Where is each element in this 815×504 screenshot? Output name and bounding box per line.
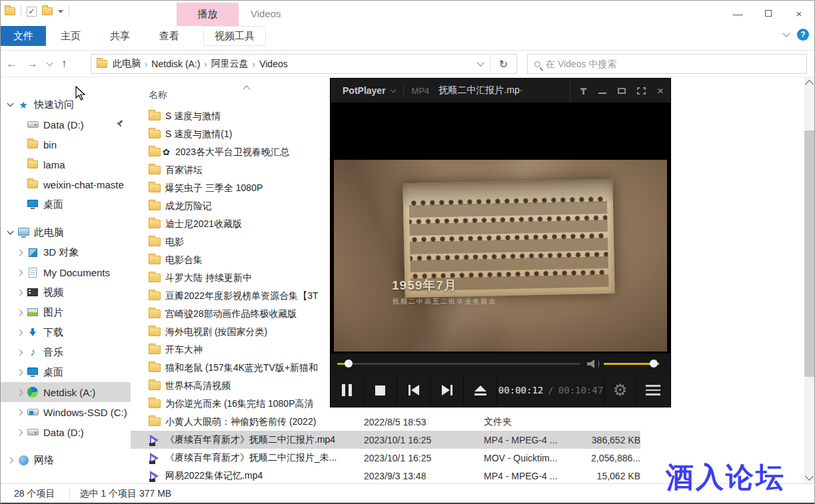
ribbon-tab[interactable]: 共享: [95, 26, 145, 46]
folder-row[interactable]: 小黄人大眼萌：神偷奶爸前传 (2022)2022/8/5 18:53文件夹: [131, 413, 806, 431]
sidebar-item-桌面[interactable]: 桌面: [1, 194, 131, 214]
potplayer-fullscreen-icon[interactable]: [637, 87, 646, 95]
sidebar-item-桌面[interactable]: 桌面: [1, 362, 131, 382]
help-icon[interactable]: ?: [797, 29, 809, 41]
properties-check-icon[interactable]: ✓: [27, 7, 37, 17]
chevron-right-icon[interactable]: [16, 329, 23, 336]
breadcrumb-item[interactable]: 阿里云盘: [211, 58, 249, 70]
recent-locations-chevron-icon[interactable]: [47, 60, 53, 67]
chevron-right-icon[interactable]: [16, 269, 23, 276]
sidebar-item-lama[interactable]: lama: [1, 154, 131, 174]
eject-button[interactable]: [464, 374, 497, 407]
address-dropdown-chevron-icon[interactable]: [476, 59, 484, 66]
potplayer-logo[interactable]: PotPlayer: [331, 85, 386, 96]
up-button[interactable]: ↑: [61, 57, 67, 71]
chevron-right-icon[interactable]: [16, 429, 23, 435]
previous-button[interactable]: [397, 374, 430, 407]
potplayer-titlebar[interactable]: PotPlayer MP4 抚顺二中汇报片.mp· ×: [331, 79, 670, 103]
potplayer-restore-icon[interactable]: [618, 88, 626, 94]
new-folder-icon[interactable]: [42, 7, 53, 15]
chevron-right-icon[interactable]: [16, 349, 23, 356]
chevron-right-icon[interactable]: [16, 389, 23, 395]
close-button[interactable]: ×: [784, 1, 814, 26]
sidebar-section-网络[interactable]: 网络: [1, 450, 131, 470]
chevron-right-icon[interactable]: [16, 249, 23, 256]
potplayer-menu-chevron-icon[interactable]: [390, 87, 395, 93]
chevron-right-icon[interactable]: [16, 289, 23, 296]
address-bar[interactable]: 此电脑›Netdisk (A:)›阿里云盘›Videos ↻: [91, 54, 517, 74]
sidebar-section-此电脑[interactable]: 此电脑: [1, 222, 131, 242]
folder-icon: [149, 148, 161, 156]
search-input[interactable]: [546, 59, 766, 69]
sidebar-item-3D 对象[interactable]: 3D 对象: [1, 242, 131, 262]
chevron-right-icon[interactable]: [7, 457, 13, 463]
chevron-down-icon[interactable]: [7, 228, 13, 234]
breadcrumb-item[interactable]: Videos: [259, 59, 288, 69]
video-display[interactable]: 1959年7月 抚顺二中高五二班毕业生留念: [331, 103, 670, 354]
search-box[interactable]: [527, 54, 807, 74]
file-name: 爆笑虫子 三季全 1080P: [165, 182, 263, 194]
settings-button[interactable]: ⚙: [605, 374, 636, 407]
sidebar-item-bin[interactable]: bin: [1, 134, 131, 154]
chevron-right-icon[interactable]: [16, 409, 23, 415]
sidebar-item-Data (D:)[interactable]: Data (D:): [1, 422, 131, 442]
contextual-tab-play[interactable]: 播放: [177, 3, 239, 26]
netdisk-icon: [27, 387, 38, 397]
sidebar-item-My Documents[interactable]: My Documents: [1, 262, 131, 282]
scroll-up-icon[interactable]: [805, 80, 814, 89]
folder-icon: [27, 180, 38, 188]
back-button[interactable]: ←: [6, 57, 17, 71]
ribbon-tab[interactable]: 主页: [46, 26, 95, 46]
folder-icon: [149, 328, 161, 336]
scroll-down-icon[interactable]: [805, 472, 814, 481]
file-name: 为你逆光而来 (16集完结 1080P高清: [165, 398, 314, 410]
expand-ribbon-chevron-icon[interactable]: [782, 29, 790, 37]
sidebar-item-视频[interactable]: 视频: [1, 282, 131, 302]
potplayer-close-icon[interactable]: ×: [657, 85, 664, 97]
refresh-button[interactable]: ↻: [490, 54, 516, 74]
file-row[interactable]: 《赓续百年育新才》抚顺二中汇报片.mp42023/10/1 16:25MP4 -…: [131, 431, 806, 449]
sidebar-item-图片[interactable]: 图片: [1, 302, 131, 322]
qat-customize-chevron-icon[interactable]: [58, 10, 63, 13]
folder-icon: [149, 202, 161, 210]
sidebar-item-Data (D:)[interactable]: Data (D:): [1, 115, 131, 134]
seek-bar[interactable]: [337, 363, 580, 365]
stop-button[interactable]: [364, 374, 397, 407]
volume-icon[interactable]: [587, 360, 596, 368]
folder-icon[interactable]: [5, 7, 15, 15]
sidebar-item-Windows-SSD (C:)[interactable]: Windows-SSD (C:): [1, 402, 131, 422]
sidebar-section-快速访问[interactable]: ★快速访问: [1, 95, 131, 115]
ribbon-tab[interactable]: 视频工具: [203, 26, 266, 46]
sort-ascending-icon[interactable]: [243, 85, 250, 93]
chevron-down-icon[interactable]: [7, 100, 13, 107]
seek-thumb[interactable]: [345, 360, 353, 368]
sidebar-item-Netdisk (A:)[interactable]: Netdisk (A:): [1, 382, 131, 402]
ribbon-tab[interactable]: 查看: [145, 26, 194, 46]
sidebar-item-下载[interactable]: 下载: [1, 322, 131, 342]
ribbon-right-controls: ?: [784, 29, 809, 41]
column-header-name[interactable]: 名称: [149, 89, 167, 101]
breadcrumb-item[interactable]: Netdisk (A:): [151, 59, 200, 69]
chevron-right-icon[interactable]: [16, 369, 23, 376]
pin-on-top-icon[interactable]: [580, 87, 587, 95]
file-name: 豆瓣2022年度影视榜单资源合集【3T: [165, 290, 318, 302]
pause-button[interactable]: [331, 374, 364, 407]
breadcrumb-item[interactable]: 此电脑: [113, 58, 141, 70]
tab-file[interactable]: 文件: [1, 26, 46, 46]
maximize-button[interactable]: [753, 1, 784, 26]
vertical-scrollbar[interactable]: [804, 77, 814, 483]
sidebar-item-weixin-chat-maste[interactable]: weixin-chat-maste: [1, 174, 131, 194]
divider: [403, 83, 404, 98]
sidebar-label: 快速访问: [34, 99, 74, 111]
potplayer-minimize-icon[interactable]: [598, 93, 606, 94]
volume-thumb[interactable]: [650, 360, 658, 368]
minimize-button[interactable]: —: [722, 1, 753, 26]
address-row: ← → ↑ 此电脑›Netdisk (A:)›阿里云盘›Videos ↻: [1, 51, 814, 77]
forward-button[interactable]: →: [27, 57, 38, 71]
folder-badge-icon: ✿: [163, 147, 170, 157]
playlist-menu-button[interactable]: [636, 374, 670, 407]
scrollbar-thumb[interactable]: [804, 130, 814, 377]
sidebar-item-音乐[interactable]: ♪音乐: [1, 342, 131, 362]
chevron-right-icon[interactable]: [16, 309, 23, 316]
next-button[interactable]: [430, 374, 464, 407]
